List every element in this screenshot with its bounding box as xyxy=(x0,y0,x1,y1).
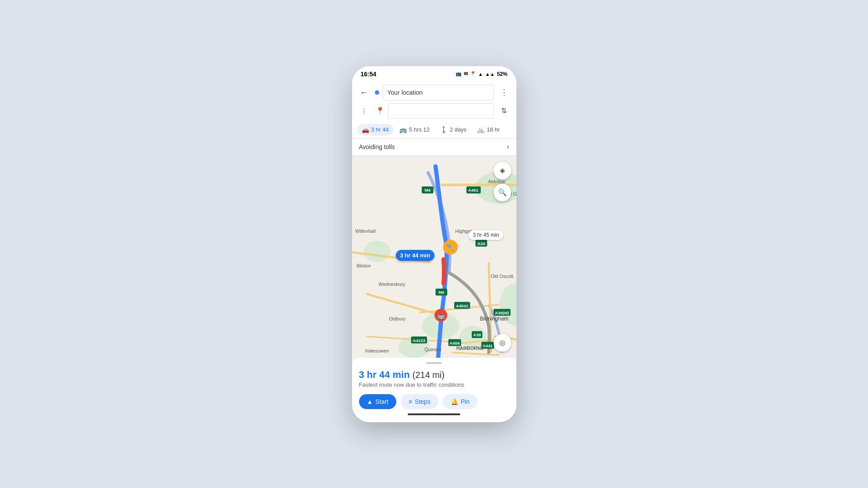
svg-text:Bilston: Bilston xyxy=(356,263,371,268)
nav-header: ← ⋮ 📍 ⇅ xyxy=(352,81,516,121)
svg-text:Aldridge: Aldridge xyxy=(488,179,505,184)
svg-text:🔧: 🔧 xyxy=(446,242,455,252)
battery-label: 52% xyxy=(497,71,507,77)
locate-button[interactable]: ◎ xyxy=(494,334,511,352)
svg-text:Willenhall: Willenhall xyxy=(355,228,376,233)
svg-text:A456: A456 xyxy=(449,340,460,345)
walk-time: 2 days xyxy=(450,126,466,133)
tab-transit[interactable]: 🚌 5 hrs 12 xyxy=(395,124,434,135)
pin-label: Pin xyxy=(461,398,470,405)
svg-text:A461: A461 xyxy=(468,188,479,192)
signal-icon: ▲▲ xyxy=(485,71,495,77)
transit-icon: 🚌 xyxy=(399,126,407,133)
svg-text:A38: A38 xyxy=(473,332,481,337)
origin-row: ← ⋮ xyxy=(357,85,511,100)
connector-dot-3 xyxy=(363,113,365,114)
destination-row: 📍 ⇅ xyxy=(357,103,511,119)
status-bar: 16:54 📺 ✉ 📍 ▲ ▲▲ 52% xyxy=(352,66,516,81)
back-button[interactable]: ← xyxy=(357,85,371,100)
svg-text:A38(M): A38(M) xyxy=(495,310,509,315)
svg-text:Birmingham: Birmingham xyxy=(480,316,508,322)
svg-text:M6: M6 xyxy=(438,290,445,295)
route-subtitle: Fastest route now due to traffic conditi… xyxy=(359,381,509,388)
home-indicator xyxy=(408,413,460,415)
phone-frame: 16:54 📺 ✉ 📍 ▲ ▲▲ 52% ← ⋮ 📍 ⇅ xyxy=(352,66,516,422)
svg-text:A441: A441 xyxy=(482,343,493,348)
svg-text:Halesowen: Halesowen xyxy=(365,348,389,353)
steps-button[interactable]: ≡ Steps xyxy=(401,394,438,409)
bike-icon: 🚲 xyxy=(477,126,484,133)
tolls-label: Avoiding tolls xyxy=(359,143,395,150)
map-area: M6 M6 A4041 A461 A34 A38(M) A38 A441 A41… xyxy=(352,156,516,358)
steps-icon: ≡ xyxy=(409,398,412,405)
swap-directions-button[interactable]: ⇅ xyxy=(497,104,511,118)
more-menu-button[interactable]: ⋮ xyxy=(497,85,511,100)
mode-tabs: 🚗 3 hr 44 🚌 5 hrs 12 🚶 2 days 🚲 18 hr xyxy=(352,121,516,139)
time-value: 3 hr 44 min xyxy=(359,369,410,380)
svg-text:Old Oscott: Old Oscott xyxy=(491,274,513,279)
svg-text:🚌: 🚌 xyxy=(437,312,445,320)
walk-icon: 🚶 xyxy=(440,126,448,133)
wifi-icon: ▲ xyxy=(478,71,483,77)
start-button[interactable]: ▲ Start xyxy=(359,394,396,409)
tolls-chevron-icon: › xyxy=(507,143,509,151)
origin-dot xyxy=(375,90,379,95)
bottom-sheet: 3 hr 44 min (214 mi) Fastest route now d… xyxy=(352,358,516,422)
svg-point-3 xyxy=(363,241,390,262)
svg-text:Quinton: Quinton xyxy=(424,347,441,352)
svg-text:A4123: A4123 xyxy=(413,338,425,342)
layers-button[interactable]: ◈ xyxy=(494,162,511,179)
destination-input[interactable] xyxy=(388,103,494,119)
locate-icon: ◎ xyxy=(499,338,505,347)
tab-drive[interactable]: 🚗 3 hr 44 xyxy=(357,124,393,135)
map-search-button[interactable]: 🔍 xyxy=(494,184,511,201)
cast-icon: 📺 xyxy=(455,71,462,77)
tab-bike[interactable]: 🚲 18 hr xyxy=(473,124,504,135)
search-icon: 🔍 xyxy=(498,188,507,196)
svg-text:M6: M6 xyxy=(424,188,430,192)
primary-route-time: 3 hr 44 min xyxy=(400,252,430,259)
primary-route-label: 3 hr 44 min xyxy=(396,250,435,261)
status-icons: 📺 ✉ 📍 ▲ ▲▲ 52% xyxy=(455,71,508,77)
svg-text:A4041: A4041 xyxy=(455,303,468,308)
pin-button[interactable]: 🔔 Pin xyxy=(443,394,477,409)
svg-text:A34: A34 xyxy=(477,241,485,246)
drive-icon: 🚗 xyxy=(362,126,369,133)
sheet-handle xyxy=(426,362,442,364)
origin-input[interactable] xyxy=(383,85,494,100)
sheet-actions: ▲ Start ≡ Steps 🔔 Pin xyxy=(359,394,509,409)
status-time: 16:54 xyxy=(361,71,377,78)
tab-walk[interactable]: 🚶 2 days xyxy=(436,124,471,135)
transit-time: 5 hrs 12 xyxy=(409,126,430,133)
svg-text:HARBORNE: HARBORNE xyxy=(456,345,484,350)
mail-icon: ✉ xyxy=(464,71,468,77)
route-summary-time: 3 hr 44 min (214 mi) xyxy=(359,369,509,381)
svg-text:Wednesbury: Wednesbury xyxy=(378,281,406,287)
connector-dot-2 xyxy=(363,110,365,112)
distance-value: (214 mi) xyxy=(413,370,445,380)
alt-route-time: 3 hr 45 min xyxy=(473,232,499,238)
steps-label: Steps xyxy=(415,398,430,405)
destination-pin-icon: 📍 xyxy=(376,107,384,115)
tolls-row[interactable]: Avoiding tolls › xyxy=(352,139,516,156)
location-icon: 📍 xyxy=(470,71,476,77)
drive-time: 3 hr 44 xyxy=(371,126,389,133)
start-label: Start xyxy=(375,398,388,405)
connector-dot-1 xyxy=(363,108,365,110)
start-nav-icon: ▲ xyxy=(367,398,373,405)
bike-time: 18 hr xyxy=(487,126,500,133)
layers-icon: ◈ xyxy=(500,166,505,175)
pin-flag-icon: 🔔 xyxy=(451,398,458,405)
alt-route-label: 3 hr 45 min xyxy=(469,230,503,240)
svg-text:Oldbury: Oldbury xyxy=(389,316,406,321)
